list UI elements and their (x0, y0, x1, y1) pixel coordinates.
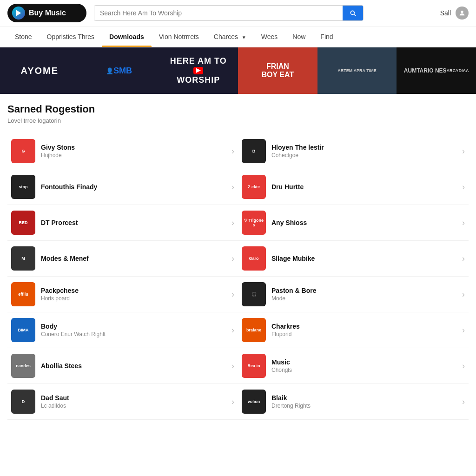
list-item[interactable]: 🎧 Paston & Bore Mode › (238, 277, 469, 312)
item-subtitle: Hujhode (41, 152, 228, 159)
item-thumbnail: Garo (242, 246, 266, 271)
item-subtitle: Cohectgoe (271, 152, 458, 159)
list-item[interactable]: Garo Sllage Mubike › (238, 241, 469, 277)
item-subtitle: Horis poard (41, 295, 228, 302)
chevron-right-icon: › (231, 290, 234, 299)
list-item[interactable]: ▽ Trigones Any Shioss › (238, 205, 469, 241)
chevron-right-icon: › (462, 218, 465, 228)
items-grid: G Givy Stons Hujhode › B Hloyen The lest… (7, 133, 469, 420)
item-thumbnail: Z ekte (242, 175, 266, 199)
chevron-right-icon: › (231, 146, 234, 156)
item-name: Paston & Bore (271, 287, 458, 294)
item-name: Charkres (271, 323, 458, 330)
chevron-right-icon: › (462, 146, 465, 156)
item-name: Body (41, 323, 228, 330)
item-thumbnail: B (242, 139, 266, 163)
user-avatar[interactable] (456, 7, 469, 20)
item-thumbnail: stop (11, 175, 35, 199)
nav-stone[interactable]: Stone (7, 26, 40, 47)
list-item[interactable]: B Hloyen The lestir Cohectgoe › (238, 133, 469, 169)
chevron-right-icon: › (462, 325, 465, 335)
banner-item-aumtario[interactable]: AUMTARIO NESARGYDIAA (397, 47, 476, 94)
list-item[interactable]: Rea in Music Chongls › (238, 348, 469, 384)
list-item[interactable]: RED DT Prorcest › (7, 205, 238, 241)
chevron-right-icon: › (231, 361, 234, 371)
logo[interactable]: Buy Music (7, 4, 86, 22)
item-info: Dad Saut Lc adildos (41, 394, 228, 409)
item-subtitle: Drertong Rights (271, 403, 458, 409)
item-info: Any Shioss (271, 219, 458, 226)
item-name: Music (271, 358, 458, 366)
item-subtitle: Conero Enur Watch Righlt (41, 331, 228, 337)
item-thumbnail: G (11, 139, 35, 163)
list-item[interactable]: BIMA Body Conero Enur Watch Righlt › (7, 312, 238, 348)
list-item[interactable]: Z ekte Dru Hurtte › (238, 169, 469, 205)
item-thumbnail: D (11, 390, 35, 414)
banner-item-person[interactable]: ARTEM APRA TIME (317, 47, 397, 94)
item-name: Dru Hurtte (271, 183, 458, 191)
chevron-right-icon: › (231, 397, 234, 407)
item-name: DT Prorcest (41, 219, 228, 226)
chevron-right-icon: › (231, 325, 234, 335)
item-name: Hloyen The lestir (271, 144, 458, 151)
logo-icon (12, 7, 25, 20)
item-thumbnail: BIMA (11, 318, 35, 342)
item-name: Abollia Stees (41, 362, 228, 370)
item-name: Givy Stons (41, 144, 228, 151)
nav-oppristies[interactable]: Oppristies Thres (40, 26, 102, 47)
nav-now[interactable]: Now (285, 26, 313, 47)
search-bar (94, 5, 364, 21)
nav-wees[interactable]: Wees (254, 26, 285, 47)
main-content: Sarned Rogestion Lovel trroe logatorin G… (0, 94, 476, 429)
item-info: Abollia Stees (41, 362, 228, 370)
svg-marker-0 (16, 10, 21, 16)
item-info: Paston & Bore Mode (271, 287, 458, 302)
chevron-right-icon: › (231, 218, 234, 228)
nav-vion[interactable]: Vion Notrrrets (152, 26, 206, 47)
item-name: Modes & Menef (41, 255, 228, 262)
search-input[interactable] (94, 6, 343, 20)
svg-point-1 (461, 11, 463, 13)
search-button[interactable] (343, 6, 363, 20)
item-name: Packpchese (41, 287, 228, 294)
user-name: Sall (440, 9, 451, 17)
list-item[interactable]: nandes Abollia Stees › (7, 348, 238, 384)
item-info: Modes & Menef (41, 255, 228, 262)
chevron-right-icon: › (231, 182, 234, 192)
item-info: Charkres Fluporid (271, 323, 458, 337)
chevron-right-icon: › (462, 254, 465, 264)
item-name: Sllage Mubike (271, 255, 458, 262)
item-thumbnail: 🎧 (242, 282, 266, 306)
list-item[interactable]: volion Blaik Drertong Rights › (238, 384, 469, 420)
banner-item-ayome[interactable]: AYOME (0, 47, 79, 94)
item-info: Packpchese Horis poard (41, 287, 228, 302)
item-name: Blaik (271, 394, 458, 402)
item-subtitle: Mode (271, 295, 458, 302)
nav-charces[interactable]: Charces ▼ (206, 26, 254, 47)
nav-find[interactable]: Find (313, 26, 340, 47)
item-info: Music Chongls (271, 358, 458, 373)
banner-item-smb[interactable]: 👤 SMB (79, 47, 159, 94)
list-item[interactable]: G Givy Stons Hujhode › (7, 133, 238, 169)
logo-text: Buy Music (29, 9, 66, 17)
list-item[interactable]: stop Fontouthis Finady › (7, 169, 238, 205)
section-title: Sarned Rogestion (7, 103, 469, 115)
banner-item-worship[interactable]: HERE AM TO ▶ WORSHIP (159, 47, 238, 94)
item-thumbnail: volion (242, 390, 266, 414)
list-item[interactable]: braiane Charkres Fluporid › (238, 312, 469, 348)
list-item[interactable]: effilu Packpchese Horis poard › (7, 277, 238, 312)
list-item[interactable]: M Modes & Menef › (7, 241, 238, 277)
item-thumbnail: nandes (11, 354, 35, 378)
nav-downloads[interactable]: Downloads (102, 26, 152, 47)
chevron-right-icon: › (231, 254, 234, 264)
item-info: Hloyen The lestir Cohectgoe (271, 144, 458, 159)
header-right: Sall (440, 7, 469, 20)
item-thumbnail: ▽ Trigones (242, 211, 266, 235)
chevron-right-icon: › (462, 182, 465, 192)
item-subtitle: Fluporid (271, 331, 458, 337)
item-name: Dad Saut (41, 394, 228, 402)
list-item[interactable]: D Dad Saut Lc adildos › (7, 384, 238, 420)
item-info: Body Conero Enur Watch Righlt (41, 323, 228, 337)
chevron-right-icon: › (462, 397, 465, 407)
banner-item-frian[interactable]: FRIANBOY EAT (238, 47, 317, 94)
